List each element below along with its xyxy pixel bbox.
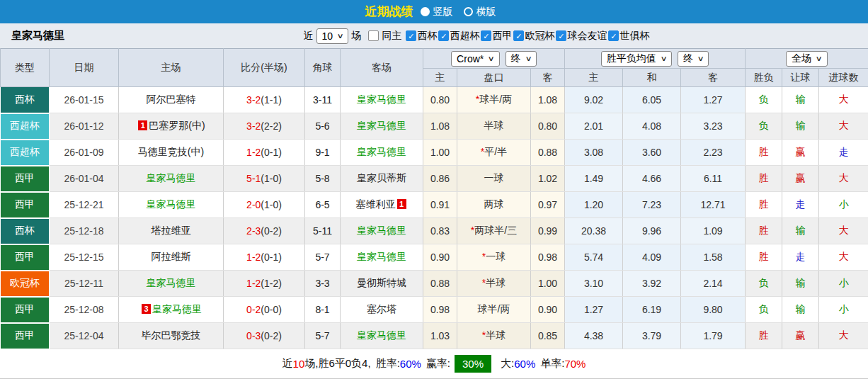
same-home-checkbox[interactable] <box>368 30 379 41</box>
competition-filter-item[interactable]: ✓ 球会友谊 <box>556 30 607 43</box>
home-team-name[interactable]: 皇家马德里 <box>147 198 196 210</box>
home-team-name[interactable]: 皇家马德里 <box>152 303 202 315</box>
away-team-cell[interactable]: 塞维利亚1 <box>341 192 423 218</box>
recent-count-select[interactable]: 10 ∨ <box>316 28 349 44</box>
competition-filter-item[interactable]: ✓ 西杯 <box>406 30 437 43</box>
bookmaker-select[interactable]: Crow*∨ <box>451 51 499 67</box>
summary-record: 场,胜6平0负4, <box>304 357 370 370</box>
away-team-name[interactable]: 皇家马德里 <box>357 120 406 131</box>
away-team-cell[interactable]: 皇家马德里 <box>341 87 423 113</box>
same-home-label[interactable]: 同主 <box>382 30 401 43</box>
avg-home-cell: 4.38 <box>565 323 623 349</box>
halftime-score: (0-2) <box>261 330 282 341</box>
odds-time-select[interactable]: 终∨ <box>506 51 537 67</box>
avg-draw-cell: 6.05 <box>623 87 681 113</box>
competition-filter-item[interactable]: ✓ 世俱杯 <box>608 30 649 43</box>
competition-filter-item[interactable]: ✓ 西甲 <box>481 30 512 43</box>
home-team-cell[interactable]: 1巴塞罗那(中) <box>119 113 224 140</box>
match-date: 25-12-08 <box>50 297 119 323</box>
handicap-cell: *平/半 <box>457 140 531 166</box>
away-team-cell[interactable]: 塞尔塔 <box>341 297 423 323</box>
avg-odds-select[interactable]: 胜平负均值∨ <box>601 51 672 67</box>
result-winlose-cell: 胜 <box>746 166 782 192</box>
competition-filter-item[interactable]: ✓ 欧冠杯 <box>513 30 554 43</box>
competition-filter-item[interactable]: ✓ 西超杯 <box>438 30 479 43</box>
home-odds-cell: 0.83 <box>423 218 457 244</box>
handicap-cell: 两球 <box>457 192 531 218</box>
home-team-name[interactable]: 阿尔巴塞特 <box>147 94 196 105</box>
home-odds-cell: 0.86 <box>423 166 457 192</box>
competition-checkbox[interactable]: ✓ <box>438 30 449 41</box>
home-team-cell[interactable]: 皇家马德里 <box>119 192 224 218</box>
away-team-cell[interactable]: 曼彻斯特城 <box>341 271 423 297</box>
scope-select[interactable]: 全场∨ <box>786 51 827 67</box>
home-team-cell[interactable]: 马德里竞技(中) <box>119 140 224 166</box>
away-team-cell[interactable]: 皇家马德里 <box>341 113 423 140</box>
horizontal-layout-radio[interactable] <box>464 7 473 16</box>
away-team-name[interactable]: 皇家马德里 <box>357 329 406 341</box>
corner-cell: 5-7 <box>305 323 341 349</box>
home-team-cell[interactable]: 皇家马德里 <box>119 271 224 297</box>
away-team-name[interactable]: 皇家马德里 <box>357 225 406 236</box>
home-team-name[interactable]: 阿拉维斯 <box>152 251 191 262</box>
odds-header-group: Crow*∨ 终∨ <box>423 49 565 69</box>
match-date: 25-12-21 <box>50 192 119 218</box>
competition-label: 西甲 <box>492 30 512 43</box>
vertical-layout-label[interactable]: 竖版 <box>433 6 453 18</box>
away-team-name[interactable]: 塞维利亚 <box>356 198 396 210</box>
away-team-name[interactable]: 皇家马德里 <box>357 146 406 157</box>
home-team-name[interactable]: 皇家马德里 <box>147 277 196 288</box>
home-odds-cell: 0.88 <box>423 271 457 297</box>
avg-home-cell: 1.49 <box>565 166 623 192</box>
table-row: 西甲 25-12-08 3皇家马德里 0-2(0-0) 8-1 塞尔塔 0.98… <box>1 297 868 323</box>
competition-label: 欧冠杯 <box>525 30 554 43</box>
away-team-cell[interactable]: 皇家马德里 <box>341 140 423 166</box>
away-team-cell[interactable]: 皇家马德里 <box>341 244 423 271</box>
avg-time-select[interactable]: 终∨ <box>678 51 709 67</box>
home-team-name[interactable]: 巴塞罗那(中) <box>149 120 205 131</box>
score-cell: 0-3(0-2) <box>224 323 305 349</box>
home-team-name[interactable]: 皇家马德里 <box>147 172 196 183</box>
competition-checkbox[interactable]: ✓ <box>406 30 416 41</box>
home-team-cell[interactable]: 阿尔巴塞特 <box>119 87 224 113</box>
home-team-name[interactable]: 毕尔巴鄂竞技 <box>142 329 201 341</box>
result-winlose-cell: 胜 <box>746 323 782 349</box>
competition-type-badge: 西甲 <box>1 323 50 349</box>
avg-draw-cell: 3.60 <box>623 140 681 166</box>
summary-big-label: 大: <box>501 357 514 370</box>
competition-checkbox[interactable]: ✓ <box>556 30 566 41</box>
competition-checkbox[interactable]: ✓ <box>513 30 524 41</box>
home-odds-cell: 1.08 <box>423 113 457 140</box>
away-team-name[interactable]: 曼彻斯特城 <box>357 277 406 288</box>
sub-header-avg-home: 主 <box>565 69 623 87</box>
horizontal-layout-label[interactable]: 横版 <box>476 6 496 18</box>
away-team-name[interactable]: 皇家贝蒂斯 <box>357 172 406 183</box>
away-team-name[interactable]: 塞尔塔 <box>367 303 396 315</box>
away-team-cell[interactable]: 皇家贝蒂斯 <box>341 166 423 192</box>
avg-draw-cell: 4.66 <box>623 166 681 192</box>
home-team-name[interactable]: 塔拉维亚 <box>152 225 191 236</box>
result-handicap-cell: 走 <box>782 192 819 218</box>
home-team-cell[interactable]: 塔拉维亚 <box>119 218 224 244</box>
home-team-cell[interactable]: 毕尔巴鄂竞技 <box>119 323 224 349</box>
chevron-down-icon: ∨ <box>525 55 532 62</box>
corner-cell: 5-11 <box>305 218 341 244</box>
home-team-cell[interactable]: 皇家马德里 <box>119 166 224 192</box>
result-goals-cell: 小 <box>819 297 868 323</box>
home-team-name[interactable]: 马德里竞技(中) <box>138 146 204 157</box>
away-team-cell[interactable]: 皇家马德里 <box>341 323 423 349</box>
away-team-name[interactable]: 皇家马德里 <box>357 251 406 262</box>
away-team-name[interactable]: 皇家马德里 <box>357 94 406 105</box>
vertical-layout-radio[interactable] <box>421 7 430 16</box>
competition-checkbox[interactable]: ✓ <box>608 30 619 41</box>
sub-header-handicap: 盘口 <box>457 69 531 87</box>
match-date: 25-12-11 <box>50 271 119 297</box>
away-team-cell[interactable]: 皇家马德里 <box>341 218 423 244</box>
score-cell: 0-2(0-0) <box>224 297 305 323</box>
result-handicap-cell: 输 <box>782 297 819 323</box>
competition-checkbox[interactable]: ✓ <box>481 30 491 41</box>
home-team-cell[interactable]: 3皇家马德里 <box>119 297 224 323</box>
home-team-cell[interactable]: 阿拉维斯 <box>119 244 224 271</box>
score-cell: 5-1(1-0) <box>224 166 305 192</box>
avg-draw-cell: 3.92 <box>623 271 681 297</box>
